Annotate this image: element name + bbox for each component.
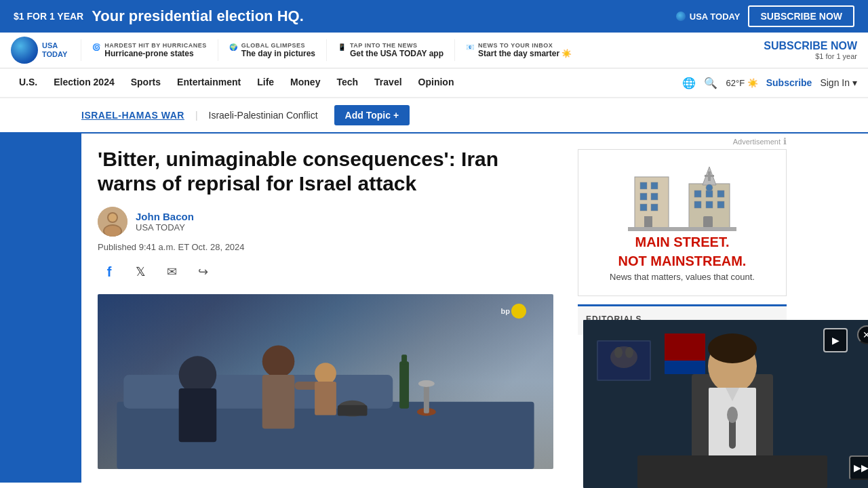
svg-point-12 xyxy=(315,363,336,384)
banner-headline: Your presidential election HQ. xyxy=(92,7,304,25)
svg-rect-23 xyxy=(651,182,658,189)
nav-us[interactable]: U.S. xyxy=(11,68,45,98)
ad-info-icon[interactable]: ℹ xyxy=(783,136,787,146)
svg-point-56 xyxy=(727,407,738,423)
topic-tag[interactable]: ISRAEL-HAMAS WAR xyxy=(81,110,184,121)
svg-rect-39 xyxy=(703,216,713,228)
bp-text: bp xyxy=(501,307,510,315)
author-avatar xyxy=(98,207,127,237)
article-headline: 'Bitter, unimaginable consequences': Ira… xyxy=(98,147,553,196)
svg-rect-28 xyxy=(644,216,652,228)
video-play-button[interactable]: ▶ xyxy=(823,328,848,352)
article-image: bp xyxy=(98,294,553,469)
svg-rect-24 xyxy=(640,193,647,200)
forward-share-button[interactable]: ↪ xyxy=(191,260,214,283)
banner-logo-circle xyxy=(676,12,686,21)
promo-tap-desc: Get the USA TODAY app xyxy=(350,49,443,58)
svg-rect-26 xyxy=(640,204,647,211)
facebook-share-button[interactable]: f xyxy=(98,260,121,283)
globe-icon: 🌐 xyxy=(682,77,696,89)
topic-conflict: Israeli-Palestinian Conflict xyxy=(209,110,318,121)
search-button[interactable]: 🔍 xyxy=(704,77,717,89)
topic-divider: | xyxy=(195,110,198,121)
share-row: f 𝕏 ✉ ↪ xyxy=(98,260,553,283)
promo-global-desc: The day in pictures xyxy=(241,49,315,58)
promo-inbox-label: NEWS TO YOUR INBOX xyxy=(478,42,572,49)
svg-rect-57 xyxy=(637,455,827,488)
main-nav: U.S. Election 2024 Sports Entertainment … xyxy=(0,68,868,98)
video-player: ✕ ▶ ▶▶ xyxy=(583,320,868,488)
sale-label: $1 FOR 1 YEAR xyxy=(14,11,83,22)
svg-point-47 xyxy=(625,347,633,358)
add-topic-button[interactable]: Add Topic + xyxy=(334,105,410,125)
chevron-down-icon: ▾ xyxy=(852,77,857,88)
ad-box: MAIN STREET. NOT MAINSTREAM. News that m… xyxy=(578,149,787,296)
svg-point-4 xyxy=(104,226,121,237)
svg-rect-37 xyxy=(706,201,713,208)
search-icon: 🔍 xyxy=(704,77,717,89)
site-logo[interactable]: USA TODAY xyxy=(11,37,67,64)
svg-rect-41 xyxy=(628,227,736,231)
svg-rect-35 xyxy=(717,190,724,197)
nav-life[interactable]: Life xyxy=(249,68,282,98)
subscribe-side[interactable]: SUBSCRIBE NOW $1 for 1 year xyxy=(764,40,857,60)
svg-rect-27 xyxy=(651,204,658,211)
subscribe-nav-button[interactable]: Subscribe xyxy=(766,77,812,88)
global-nav-button[interactable]: 🌐 xyxy=(682,77,696,89)
nav-opinion[interactable]: Opinion xyxy=(410,68,462,98)
promo-items: 🌀 HARDEST HIT BY HURRICANES Hurricane-pr… xyxy=(81,39,764,61)
ad-label: Advertisement ℹ xyxy=(578,134,787,149)
banner-subscribe-button[interactable]: SUBSCRIBE NOW xyxy=(748,5,854,27)
svg-rect-25 xyxy=(651,193,658,200)
promo-hurricanes[interactable]: 🌀 HARDEST HIT BY HURRICANES Hurricane-pr… xyxy=(81,39,217,61)
video-next-button[interactable]: ▶▶ xyxy=(849,455,868,480)
weather-temp: 62°F ☀️ xyxy=(726,78,757,88)
ad-headline-1: MAIN STREET. xyxy=(592,234,772,250)
email-share-icon: ✉ xyxy=(167,264,177,279)
scene-svg xyxy=(98,294,553,469)
svg-point-20 xyxy=(418,380,435,387)
svg-point-46 xyxy=(614,347,623,358)
weather-widget[interactable]: 62°F ☀️ xyxy=(726,78,757,88)
svg-rect-19 xyxy=(424,385,429,413)
svg-point-40 xyxy=(706,184,713,191)
logo-circle xyxy=(11,37,38,64)
svg-rect-49 xyxy=(665,361,705,374)
banner-logo: USA TODAY xyxy=(676,12,741,22)
svg-point-3 xyxy=(108,214,117,222)
svg-rect-36 xyxy=(694,201,701,208)
ad-subtext: News that matters, values that count. xyxy=(592,272,772,282)
promo-tap[interactable]: 📱 TAP INTO THE NEWS Get the USA TODAY ap… xyxy=(326,39,454,61)
promo-inbox[interactable]: 📧 NEWS TO YOUR INBOX Start the day smart… xyxy=(454,39,583,61)
svg-point-45 xyxy=(610,346,637,368)
nav-travel[interactable]: Travel xyxy=(366,68,410,98)
twitter-share-button[interactable]: 𝕏 xyxy=(129,260,152,283)
signin-button[interactable]: Sign In ▾ xyxy=(820,77,857,88)
forward-icon: ↪ xyxy=(198,264,208,279)
svg-rect-8 xyxy=(179,388,217,442)
logo-text: USA TODAY xyxy=(42,41,67,59)
svg-rect-33 xyxy=(694,190,701,197)
phone-icon: 📱 xyxy=(338,43,346,51)
svg-rect-16 xyxy=(399,361,409,408)
svg-rect-15 xyxy=(338,405,368,416)
email-share-button[interactable]: ✉ xyxy=(160,260,183,283)
facebook-icon: f xyxy=(107,264,112,280)
nav-money[interactable]: Money xyxy=(282,68,328,98)
banner-logo-text: USA TODAY xyxy=(690,12,741,22)
promo-tap-label: TAP INTO THE NEWS xyxy=(350,42,443,49)
nav-tech[interactable]: Tech xyxy=(328,68,366,98)
nav-entertainment[interactable]: Entertainment xyxy=(169,68,249,98)
bp-logo-dot xyxy=(511,304,526,319)
nav-sports[interactable]: Sports xyxy=(123,68,169,98)
promo-global[interactable]: 🌍 GLOBAL GLIMPSES The day in pictures xyxy=(218,39,326,61)
left-sidebar xyxy=(0,134,81,483)
nav-election[interactable]: Election 2024 xyxy=(45,68,123,98)
promo-inbox-desc: Start the day smarter ☀️ xyxy=(478,49,572,58)
svg-rect-38 xyxy=(717,201,724,208)
svg-rect-22 xyxy=(640,182,647,189)
svg-rect-34 xyxy=(706,190,713,197)
svg-point-52 xyxy=(708,333,757,363)
hurricane-icon: 🌀 xyxy=(92,43,100,51)
author-name[interactable]: John Bacon xyxy=(136,211,194,222)
